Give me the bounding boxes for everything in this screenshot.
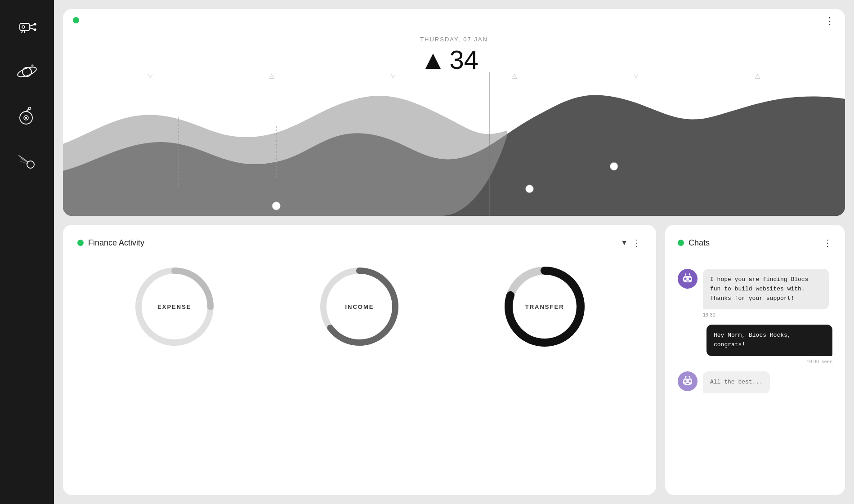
svg-point-15 [29, 107, 31, 110]
svg-point-26 [526, 185, 534, 193]
triangle-markers: ▽ △ ▽ △ ▽ △ [63, 72, 845, 79]
svg-line-14 [26, 109, 29, 112]
svg-point-36 [684, 278, 687, 280]
svg-point-41 [685, 273, 687, 275]
marker-3: ▽ [391, 72, 396, 79]
svg-point-49 [685, 376, 687, 377]
finance-card-title: Finance Activity [88, 238, 616, 248]
chat-text-1: I hope you are finding Blocs fun to buil… [710, 275, 822, 303]
chat-avatar-2 [678, 371, 698, 391]
expense-donut-wrapper: EXPENSE [130, 262, 219, 352]
chats-active-dot [678, 240, 684, 246]
chart-card: ⋮ THURSDAY, 07 JAN ▲ 34 ▽ △ ▽ △ ▽ △ [63, 9, 845, 216]
donut-row: EXPENSE INCOME [77, 262, 642, 352]
marker-5: ▽ [634, 72, 639, 79]
transfer-donut: TRANSFER [500, 262, 590, 352]
chat-text-3: All the best... [710, 378, 763, 387]
expense-label: EXPENSE [157, 303, 191, 310]
sidebar [0, 0, 54, 504]
marker-4: △ [512, 72, 517, 79]
marker-1: ▽ [148, 72, 153, 79]
marker-2: △ [269, 72, 274, 79]
svg-point-1 [22, 26, 25, 28]
expense-donut: EXPENSE [130, 262, 219, 352]
svg-point-27 [610, 162, 618, 170]
chart-status-dot [73, 17, 79, 25]
chat-bubble-sent-1: Hey Norm, Blocs Rocks, congrats! 19:30 s… [706, 325, 832, 364]
sidebar-item-meteor[interactable] [13, 148, 40, 175]
finance-dropdown-button[interactable]: ▼ [621, 239, 628, 247]
income-label: INCOME [345, 303, 374, 310]
marker-6: △ [755, 72, 760, 79]
trend-arrow: ▲ [420, 45, 446, 75]
chart-more-button[interactable]: ⋮ [825, 15, 835, 27]
chat-time-1: 19:30 [703, 312, 829, 317]
chat-avatar-1 [678, 269, 698, 289]
date-display: THURSDAY, 07 JAN ▲ 34 [420, 36, 488, 75]
date-value: ▲ 34 [420, 45, 488, 75]
chats-card-header: Chats ⋮ [678, 237, 832, 248]
sidebar-item-vinyl[interactable] [13, 103, 40, 130]
active-dot [73, 17, 79, 23]
finance-more-button[interactable]: ⋮ [632, 237, 642, 248]
svg-point-45 [689, 380, 691, 382]
date-label: THURSDAY, 07 JAN [420, 36, 488, 43]
svg-point-13 [26, 117, 27, 119]
svg-point-44 [684, 380, 687, 382]
chats-more-button[interactable]: ⋮ [823, 237, 832, 248]
main-content: ⋮ THURSDAY, 07 JAN ▲ 34 ▽ △ ▽ △ ▽ △ [54, 0, 854, 504]
income-donut: INCOME [314, 262, 404, 352]
chat-bubble-received-1: I hope you are finding Blocs fun to buil… [703, 269, 829, 317]
svg-point-7 [34, 29, 36, 31]
svg-rect-38 [686, 281, 689, 281]
svg-point-6 [34, 23, 36, 25]
svg-point-10 [31, 65, 33, 67]
chats-card-title: Chats [689, 238, 818, 248]
chat-time-2: 19:30 seen [706, 359, 832, 364]
sidebar-item-planet[interactable] [13, 58, 40, 85]
chat-message-3: All the best... [678, 371, 832, 393]
svg-point-50 [689, 376, 690, 377]
svg-point-24 [272, 202, 280, 210]
chat-message-2: Hey Norm, Blocs Rocks, congrats! 19:30 s… [678, 325, 832, 364]
date-number: 34 [450, 45, 479, 75]
finance-card: Finance Activity ▼ ⋮ EXPENSE [63, 225, 656, 495]
svg-point-42 [689, 273, 690, 275]
chats-card: Chats ⋮ [665, 225, 845, 495]
chat-message-1: I hope you are finding Blocs fun to buil… [678, 269, 832, 317]
chat-bubble-received-2: All the best... [703, 371, 770, 393]
chat-messages: I hope you are finding Blocs fun to buil… [678, 269, 832, 393]
finance-active-dot [77, 240, 84, 246]
income-donut-wrapper: INCOME [314, 262, 404, 352]
bottom-row: Finance Activity ▼ ⋮ EXPENSE [63, 225, 845, 495]
svg-rect-46 [686, 383, 689, 384]
svg-point-8 [22, 67, 31, 76]
chat-text-2: Hey Norm, Blocs Rocks, congrats! [714, 331, 825, 350]
svg-point-37 [689, 278, 691, 280]
transfer-label: TRANSFER [525, 303, 564, 310]
finance-card-header: Finance Activity ▼ ⋮ [77, 237, 642, 248]
wave-chart [63, 72, 845, 216]
transfer-donut-wrapper: TRANSFER [500, 262, 590, 352]
sidebar-item-robot[interactable] [13, 13, 40, 40]
